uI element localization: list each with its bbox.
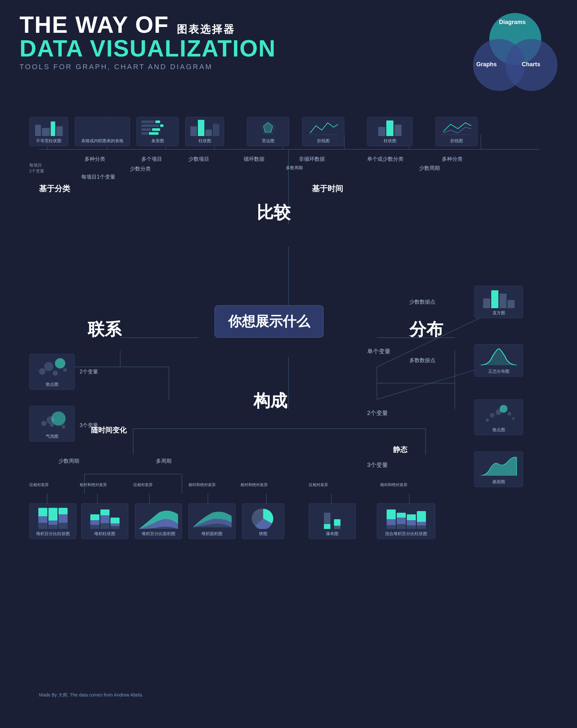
line-multi-svg bbox=[440, 120, 473, 136]
label-stacked-pct-bar: 堆积百分比柱状图 bbox=[36, 531, 70, 537]
sub-cycle-data: 循环数据 bbox=[244, 156, 265, 163]
sub-rel-only2: 仅相对差异 bbox=[133, 482, 153, 488]
title-main: THE WAY OF bbox=[20, 13, 169, 36]
card-pie: 饼图 bbox=[242, 503, 284, 539]
label-over-time: 随时间变化 bbox=[91, 425, 127, 435]
card-mixed-stacked: 混合堆积百分比柱状图 bbox=[377, 503, 435, 539]
svg-point-45 bbox=[44, 362, 53, 371]
header: THE WAY OF 图表选择器 DATA VISUALIZATION TOOL… bbox=[20, 13, 557, 97]
label-scatter2: 散点图 bbox=[46, 382, 58, 387]
svg-point-47 bbox=[55, 358, 65, 368]
node-composition: 构成 bbox=[253, 390, 287, 412]
title-block: THE WAY OF 图表选择器 DATA VISUALIZATION TOOL… bbox=[20, 13, 276, 71]
svg-point-51 bbox=[50, 423, 54, 427]
card-bar-single: 柱状图 bbox=[367, 117, 412, 146]
line-cycle-svg bbox=[307, 120, 340, 136]
label-mixed-stacked: 混合堆积百分比柱状图 bbox=[385, 531, 427, 537]
card-bubble: 气泡图 bbox=[29, 406, 75, 442]
title-line1: THE WAY OF 图表选择器 bbox=[20, 13, 276, 37]
label-radar: 雷达图 bbox=[262, 138, 275, 144]
svg-point-58 bbox=[500, 405, 507, 413]
svg-point-60 bbox=[512, 417, 515, 420]
mini-bars-unequal bbox=[34, 120, 64, 136]
sub-many-datapts: 多数数据点 bbox=[409, 357, 435, 364]
sub-single-var: 单个变量 bbox=[367, 347, 391, 355]
scatter-dist-svg bbox=[481, 402, 517, 425]
sub-each-1var: 每项目1个变量 bbox=[81, 174, 115, 181]
sub-2var-dist: 2个变量 bbox=[367, 409, 388, 417]
card-scatter2: 散点图 bbox=[29, 354, 75, 390]
label-bubble: 气泡图 bbox=[46, 434, 58, 439]
area-curve-svg bbox=[479, 454, 518, 477]
label-waterfall: 瀑布图 bbox=[326, 531, 338, 537]
mini-bars-mixed bbox=[385, 508, 427, 529]
mini-bars-single bbox=[377, 120, 403, 136]
label-normal-dist: 正态分布图 bbox=[488, 368, 509, 374]
group-time: 基于时间 bbox=[312, 183, 343, 194]
label-bar-single: 柱状图 bbox=[384, 138, 396, 144]
label-scatter-dist: 散点图 bbox=[493, 427, 505, 433]
sub-multi-period-comp: 多周期 bbox=[156, 458, 172, 465]
page-container: THE WAY OF 图表选择器 DATA VISUALIZATION TOOL… bbox=[0, 0, 577, 728]
mini-bars-waterfall bbox=[321, 508, 343, 529]
label-line-multi: 折线图 bbox=[450, 138, 463, 144]
card-bar-few: 柱状图 bbox=[185, 117, 224, 146]
card-histogram: 直方图 bbox=[474, 286, 523, 318]
sub-rel-abs2: 相对和绝对差异 bbox=[189, 482, 216, 488]
svg-point-52 bbox=[51, 411, 66, 426]
node-what: 你想展示什么 bbox=[215, 305, 324, 338]
mini-bars-stacked-pct bbox=[37, 508, 69, 529]
sub-multi-classify2: 多种分类 bbox=[442, 156, 462, 163]
sub-multi-items: 多个项目 bbox=[141, 156, 162, 163]
sub-rel-abs1: 相对和绝对差异 bbox=[80, 482, 107, 488]
sub-multi-period: 多数周期 bbox=[286, 165, 303, 171]
normal-dist-svg bbox=[479, 347, 518, 367]
mini-bars-stacked bbox=[89, 508, 121, 529]
label-stacked-bar: 堆积柱状图 bbox=[94, 531, 115, 537]
card-stacked-area: 堆积面积图 bbox=[189, 503, 235, 539]
label-line-cycle: 折线图 bbox=[317, 138, 330, 144]
svg-point-59 bbox=[507, 412, 511, 416]
sub-3var-dist: 3个变量 bbox=[367, 461, 388, 469]
card-waterfall: 瀑布图 bbox=[309, 503, 356, 539]
svg-point-55 bbox=[486, 419, 489, 422]
venn-graphs-label: Graphs bbox=[476, 61, 497, 68]
sub-few-items: 少数项目 bbox=[189, 156, 209, 163]
label-table: 表格或内联图表的表格 bbox=[81, 138, 123, 144]
label-bar-multi: 条形图 bbox=[151, 138, 164, 144]
sub-noncycle-data: 非循环数据 bbox=[299, 156, 325, 163]
pie-svg bbox=[249, 506, 278, 529]
sub-few-datapts: 少数数据点 bbox=[409, 299, 435, 306]
label-stacked-pct-area: 堆积百分比面积图 bbox=[142, 531, 175, 537]
scatter2-svg bbox=[34, 357, 70, 380]
label-area-curve: 曲面图 bbox=[493, 479, 505, 485]
stacked-area-svg bbox=[193, 506, 232, 529]
bubble-svg bbox=[34, 409, 70, 432]
subtitle: TOOLS FOR GRAPH, CHART AND DIAGRAM bbox=[20, 63, 276, 71]
svg-point-44 bbox=[39, 368, 46, 375]
label-bar-few: 柱状图 bbox=[199, 138, 211, 144]
title-accent: DATA VISUALIZATION bbox=[20, 37, 276, 60]
sub-2var-scatter: 2个变量 bbox=[80, 368, 98, 375]
venn-charts-label: Charts bbox=[522, 61, 540, 68]
card-normal-dist: 正态分布图 bbox=[474, 344, 523, 377]
label-static: 静态 bbox=[393, 445, 407, 454]
card-line-multi: 折线图 bbox=[435, 117, 478, 146]
label-unequal-bar: 不等宽柱状图 bbox=[36, 138, 61, 144]
node-distribution: 分布 bbox=[409, 318, 443, 341]
sub-few-periods-comp: 少数周期 bbox=[58, 458, 79, 465]
mini-bars-few bbox=[189, 120, 221, 136]
svg-point-49 bbox=[41, 421, 47, 426]
label-stacked-area: 堆积面积图 bbox=[201, 531, 223, 537]
card-stacked-pct-area: 堆积百分比面积图 bbox=[135, 503, 182, 539]
card-area-curve: 曲面图 bbox=[474, 451, 523, 487]
mini-bars-hist bbox=[482, 289, 516, 308]
sub-rel-only3: 仅相对差异 bbox=[309, 482, 328, 488]
card-stacked-bar: 堆积柱状图 bbox=[81, 503, 128, 539]
sub-few-period: 少数周期 bbox=[419, 165, 440, 172]
card-line-cycle: 折线图 bbox=[302, 117, 344, 146]
svg-point-48 bbox=[63, 368, 67, 372]
footer: Made By 大师, The data comes from Andrew A… bbox=[39, 692, 143, 698]
card-scatter-dist: 散点图 bbox=[474, 399, 523, 435]
sub-each-item-2var: 每项目2个变量 bbox=[29, 162, 44, 174]
